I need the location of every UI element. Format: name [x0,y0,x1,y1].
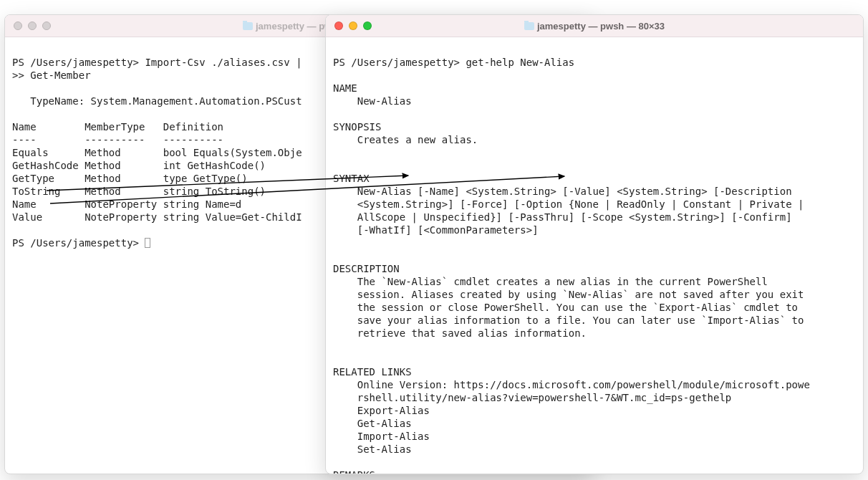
section-header: NAME [333,82,357,94]
description-line: the session or close PowerShell. You can… [333,302,798,313]
minimize-icon[interactable] [28,21,37,30]
zoom-icon[interactable] [363,21,372,30]
prompt-line: PS /Users/jamespetty> get-help New-Alias [333,57,574,68]
section-header: REMARKS [333,469,375,474]
cursor-icon [145,238,150,248]
traffic-lights-left [14,21,51,30]
table-row: Equals Method bool Equals(System.Obje [12,147,302,158]
folder-icon [524,22,534,30]
table-row: GetHashCode Method int GetHashCode() [12,160,266,171]
syntax-line: New-Alias [-Name] <System.String> [-Valu… [333,186,792,197]
table-row: ToString Method string ToString() [12,186,266,197]
zoom-icon[interactable] [42,21,51,30]
link-line: Import-Alias [333,431,430,442]
description-line: retrieve that saved alias information. [333,327,587,339]
table-row: GetType Method type GetType() [12,173,248,184]
folder-icon [243,22,253,30]
section-header: DESCRIPTION [333,263,400,274]
description-line: save your alias information to a file. Y… [333,315,804,326]
description-line: session. Aliases created by using `New-A… [333,289,804,300]
prompt-line: >> Get-Member [12,69,91,81]
link-line: rshell.utility/new-alias?view=powershell… [333,392,731,403]
prompt-line: PS /Users/jamespetty> [12,237,145,249]
link-line: Get-Alias [333,418,412,429]
terminal-content-right[interactable]: PS /Users/jamespetty> get-help New-Alias… [326,37,863,474]
section-value: Creates a new alias. [333,134,478,145]
section-header: SYNTAX [333,173,370,184]
window-title-right: jamespetty — pwsh — 80×33 [326,21,863,32]
section-header: RELATED LINKS [333,366,412,378]
table-header: Name MemberType Definition [12,121,223,133]
description-line: The `New-Alias` cmdlet creates a new ali… [333,276,768,287]
table-row: Name NoteProperty string Name=d [12,198,241,210]
minimize-icon[interactable] [349,21,357,30]
titlebar-right[interactable]: jamespetty — pwsh — 80×33 [326,15,863,37]
traffic-lights-right [334,21,372,30]
close-icon[interactable] [14,21,22,30]
table-row: Value NoteProperty string Value=Get-Chil… [12,211,302,223]
syntax-line: AllScope | Unspecified}] [-PassThru] [-S… [333,211,792,223]
table-header-rule: ---- ---------- ---------- [12,134,223,145]
section-header: SYNOPSIS [333,121,381,133]
typename-line: TypeName: System.Management.Automation.P… [12,95,302,107]
close-icon[interactable] [334,21,343,30]
link-line: Export-Alias [333,405,430,416]
link-line: Online Version: https://docs.microsoft.c… [333,379,810,390]
section-value: New-Alias [333,95,412,107]
syntax-line: <System.String>] [-Force] [-Option {None… [333,198,804,210]
terminal-window-right[interactable]: jamespetty — pwsh — 80×33 PS /Users/jame… [325,14,864,474]
link-line: Set-Alias [333,443,412,455]
syntax-line: [-WhatIf] [<CommonParameters>] [333,224,539,236]
prompt-line: PS /Users/jamespetty> Import-Csv ./alias… [12,57,302,68]
